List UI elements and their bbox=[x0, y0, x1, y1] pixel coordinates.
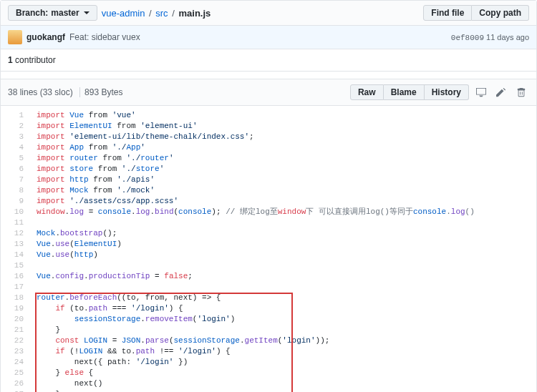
commit-author[interactable]: guokangf bbox=[26, 32, 65, 42]
breadcrumb-root[interactable]: vue-admin bbox=[102, 8, 145, 19]
breadcrumb-dir[interactable]: src bbox=[155, 8, 168, 19]
file-path-bar: Branch: master vue-admin / src / main.js… bbox=[1, 1, 536, 26]
code-viewer: 1234567891011121314151617181920212223242… bbox=[1, 106, 536, 392]
blame-button[interactable]: Blame bbox=[384, 84, 425, 100]
byte-count: 893 Bytes bbox=[84, 87, 122, 97]
contributor-label: contributor bbox=[15, 55, 56, 65]
contributors-row[interactable]: 1 contributor bbox=[1, 49, 536, 72]
breadcrumb-file: main.js bbox=[179, 8, 211, 19]
history-button[interactable]: History bbox=[425, 84, 469, 100]
branch-name: master bbox=[51, 8, 79, 18]
copy-path-button[interactable]: Copy path bbox=[472, 5, 529, 21]
breadcrumb: vue-admin / src / main.js bbox=[102, 8, 211, 19]
commit-age: 11 days ago bbox=[486, 33, 529, 41]
trash-icon[interactable] bbox=[513, 84, 529, 101]
line-count: 38 lines (33 sloc) bbox=[8, 87, 73, 97]
avatar[interactable] bbox=[8, 30, 22, 44]
branch-prefix: Branch: bbox=[16, 8, 48, 18]
branch-select-button[interactable]: Branch: master bbox=[8, 5, 97, 21]
file-header: 38 lines (33 sloc) 893 Bytes Raw Blame H… bbox=[1, 79, 536, 106]
desktop-icon[interactable] bbox=[473, 84, 489, 101]
pencil-icon[interactable] bbox=[493, 84, 509, 101]
code-content: import Vue from 'vue'import ElementUI fr… bbox=[29, 106, 536, 392]
last-commit-row: guokangf Feat: sidebar vuex 0ef8009 11 d… bbox=[1, 26, 536, 49]
contributor-count: 1 bbox=[8, 55, 13, 65]
caret-down-icon bbox=[84, 11, 90, 14]
commit-message[interactable]: Feat: sidebar vuex bbox=[69, 32, 140, 42]
line-number-gutter: 1234567891011121314151617181920212223242… bbox=[1, 106, 29, 392]
commit-sha[interactable]: 0ef8009 bbox=[451, 34, 484, 42]
find-file-button[interactable]: Find file bbox=[423, 5, 472, 21]
raw-button[interactable]: Raw bbox=[350, 84, 384, 100]
